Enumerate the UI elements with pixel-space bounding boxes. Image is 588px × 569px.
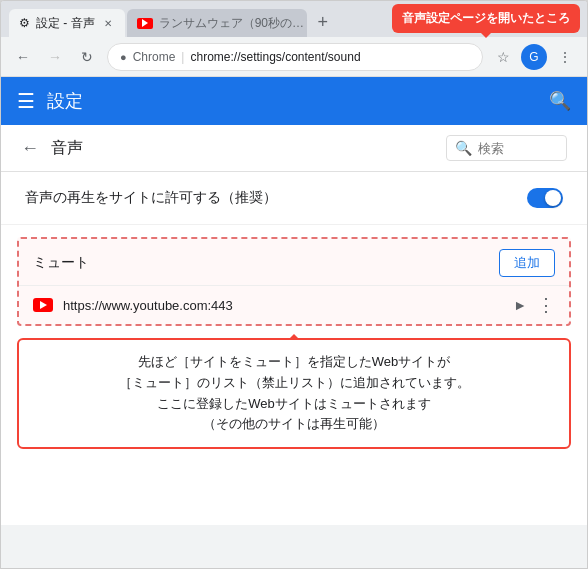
site-row: https://www.youtube.com:443 ► ⋮ xyxy=(19,285,569,324)
site-youtube-icon xyxy=(33,298,53,312)
allow-sound-label: 音声の再生をサイトに許可する（推奨） xyxy=(25,189,277,207)
address-bar-actions: ☆ G ⋮ xyxy=(491,44,577,70)
url-path: chrome://settings/content/sound xyxy=(190,50,360,64)
reload-button[interactable]: ↻ xyxy=(75,45,99,69)
ransomware-tab-label: ランサムウェア（90秒の… xyxy=(159,15,304,32)
browser-window: ⚙ 設定 - 音声 ✕ ランサムウェア（90秒の… ✕ + ← → ↻ ● Ch… xyxy=(0,0,588,569)
settings-content: ← 音声 🔍 音声の再生をサイトに許可する（推奨） ミュート 追加 xyxy=(1,125,587,525)
site-url-label: https://www.youtube.com:443 xyxy=(63,298,503,313)
more-menu-button[interactable]: ⋮ xyxy=(553,45,577,69)
new-tab-button[interactable]: + xyxy=(309,8,337,36)
annotation-line-3: ここに登録したWebサイトはミュートされます xyxy=(33,394,555,415)
settings-tab[interactable]: ⚙ 設定 - 音声 ✕ xyxy=(9,9,125,37)
settings-tab-close[interactable]: ✕ xyxy=(101,16,115,30)
url-bar[interactable]: ● Chrome | chrome://settings/content/sou… xyxy=(107,43,483,71)
mute-section-header: ミュート 追加 xyxy=(19,239,569,285)
youtube-tab-icon xyxy=(137,18,153,29)
forward-button[interactable]: → xyxy=(43,45,67,69)
allow-sound-toggle-row: 音声の再生をサイトに許可する（推奨） xyxy=(1,172,587,225)
subpage-header: ← 音声 🔍 xyxy=(1,125,587,172)
add-site-button[interactable]: 追加 xyxy=(499,249,555,277)
settings-tab-label: 設定 - 音声 xyxy=(36,15,95,32)
back-button[interactable]: ← xyxy=(11,45,35,69)
menu-icon[interactable]: ☰ xyxy=(17,89,35,113)
toolbar-title: 設定 xyxy=(47,89,537,113)
annotation-line-4: （その他のサイトは再生可能） xyxy=(33,414,555,435)
site-more-menu[interactable]: ⋮ xyxy=(537,294,555,316)
search-box[interactable]: 🔍 xyxy=(446,135,567,161)
subpage-back-button[interactable]: ← xyxy=(21,138,39,159)
url-brand: Chrome xyxy=(133,50,176,64)
search-input[interactable] xyxy=(478,141,558,156)
annotation-line-2: ［ミュート］のリスト（禁止リスト）に追加されています。 xyxy=(33,373,555,394)
profile-icon[interactable]: G xyxy=(521,44,547,70)
url-separator: | xyxy=(181,50,184,64)
annotation-line-1: 先ほど［サイトをミュート］を指定したWebサイトが xyxy=(33,352,555,373)
search-icon: 🔍 xyxy=(455,140,472,156)
subpage-title: 音声 xyxy=(51,138,434,159)
allow-sound-toggle[interactable] xyxy=(527,188,563,208)
chrome-toolbar: ☰ 設定 🔍 xyxy=(1,77,587,125)
mute-section-title: ミュート xyxy=(33,254,89,272)
bookmark-icon[interactable]: ☆ xyxy=(491,45,515,69)
annotation-top-bubble: 音声設定ページを開いたところ xyxy=(392,4,580,33)
gear-icon: ⚙ xyxy=(19,16,30,30)
mute-section: ミュート 追加 https://www.youtube.com:443 ► ⋮ xyxy=(17,237,571,326)
ransomware-tab[interactable]: ランサムウェア（90秒の… ✕ xyxy=(127,9,307,37)
annotation-bottom: 先ほど［サイトをミュート］を指定したWebサイトが ［ミュート］のリスト（禁止リ… xyxy=(17,338,571,449)
site-expand-chevron[interactable]: ► xyxy=(513,297,527,313)
toolbar-search-icon[interactable]: 🔍 xyxy=(549,90,571,112)
address-bar: ← → ↻ ● Chrome | chrome://settings/conte… xyxy=(1,37,587,77)
lock-icon: ● xyxy=(120,51,127,63)
